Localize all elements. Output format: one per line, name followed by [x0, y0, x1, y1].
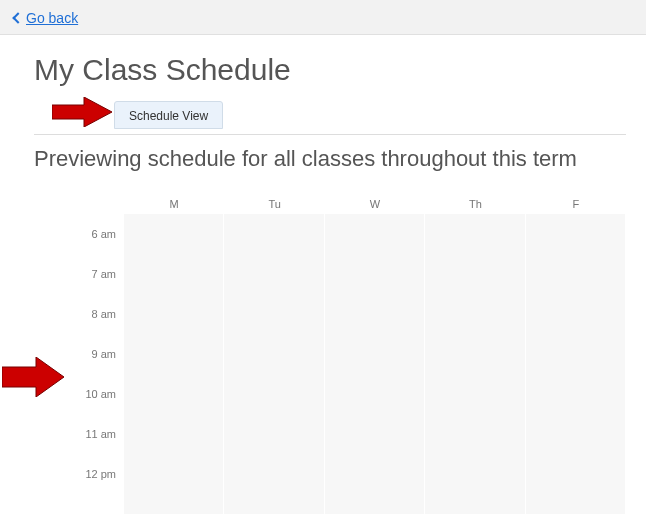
- schedule-grid: 6 am 7 am 8 am 9 am 10 am 11 am 12 pm: [64, 214, 626, 514]
- chevron-left-icon: [12, 12, 23, 23]
- time-label: 8 am: [64, 294, 116, 334]
- go-back-label: Go back: [26, 10, 78, 26]
- day-header: M: [124, 198, 224, 210]
- day-column-wed[interactable]: [325, 214, 425, 514]
- go-back-link[interactable]: Go back: [14, 10, 78, 26]
- subtitle: Previewing schedule for all classes thro…: [34, 145, 594, 174]
- day-column-thu[interactable]: [425, 214, 525, 514]
- grid-columns: [124, 214, 626, 514]
- tab-label: Schedule View: [129, 109, 208, 123]
- day-header: F: [526, 198, 626, 210]
- day-header: W: [325, 198, 425, 210]
- time-label: 7 am: [64, 254, 116, 294]
- tab-schedule-view[interactable]: Schedule View: [114, 101, 223, 129]
- day-header: Th: [425, 198, 525, 210]
- time-label: 9 am: [64, 334, 116, 374]
- topbar: Go back: [0, 0, 646, 35]
- time-label: 12 pm: [64, 454, 116, 494]
- day-column-tue[interactable]: [224, 214, 324, 514]
- day-header-row: M Tu W Th F: [124, 198, 626, 210]
- time-column: 6 am 7 am 8 am 9 am 10 am 11 am 12 pm: [64, 214, 124, 514]
- day-column-fri[interactable]: [526, 214, 626, 514]
- annotation-arrow-icon: [52, 97, 112, 127]
- time-label: 6 am: [64, 214, 116, 254]
- tabs-row: Schedule View: [34, 101, 626, 135]
- page-title: My Class Schedule: [34, 53, 626, 87]
- time-label: 10 am: [64, 374, 116, 414]
- day-column-mon[interactable]: [124, 214, 224, 514]
- day-header: Tu: [224, 198, 324, 210]
- time-label: 11 am: [64, 414, 116, 454]
